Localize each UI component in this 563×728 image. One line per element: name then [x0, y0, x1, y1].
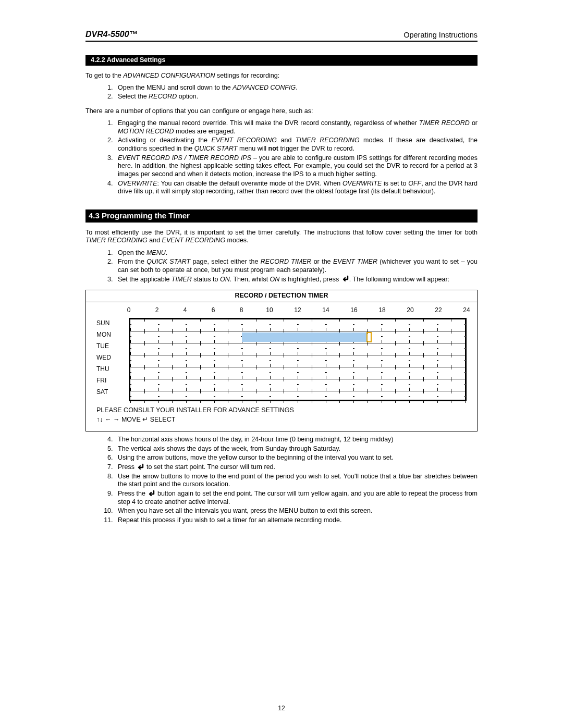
list-item: OVERWRITE: You can disable the default o…	[115, 180, 478, 196]
timer-day-labels: SUN MON TUE WED THU FRI SAT	[96, 306, 129, 401]
sec43-steps-a: Open the MENU. From the QUICK START page…	[85, 249, 478, 284]
text: Open the MENU and scroll down to the	[118, 84, 232, 91]
text: QUICK START	[194, 145, 238, 152]
text: modes are engaged.	[174, 128, 236, 135]
day-label: MON	[96, 329, 129, 341]
text: not	[268, 145, 278, 152]
text: Press the	[118, 490, 147, 497]
list-item: When you have set all the intervals you …	[115, 507, 478, 515]
text: and	[148, 237, 162, 244]
enter-icon	[341, 275, 349, 282]
hour-label: 16	[350, 306, 357, 314]
hour-label: 20	[407, 306, 413, 314]
text: ADVANCED CONFIG	[232, 84, 296, 91]
page-content: 4.2.2 Advanced Settings To get to the AD…	[85, 55, 478, 524]
text: MOTION RECORD	[118, 128, 174, 135]
timer-grid-row	[130, 343, 465, 355]
text: Set the applicable	[118, 276, 172, 283]
text: Select the	[118, 93, 149, 100]
text: To most efficiently use the DVR, it is i…	[85, 229, 478, 236]
timer-grid-row	[130, 379, 465, 391]
list-item: Using the arrow buttons, move the yellow…	[115, 454, 478, 462]
sec422-intro: To get to the ADVANCED CONFIGURATION set…	[85, 72, 478, 80]
timer-cursor	[366, 332, 372, 342]
text: .	[166, 249, 167, 256]
text: OVERWRITE	[118, 180, 157, 187]
hour-label: 10	[266, 306, 273, 314]
list-item: Use the arrow buttons to move to the end…	[115, 473, 478, 489]
hour-label: 0	[127, 306, 131, 314]
text: MENU	[146, 249, 166, 256]
timer-grid-row	[130, 319, 465, 331]
timer-footer-line1: PLEASE CONSULT YOUR INSTALLER FOR ADVANC…	[96, 406, 467, 415]
text: To get to the	[85, 72, 123, 79]
hour-label: 8	[240, 306, 243, 314]
text: page, select either the	[190, 258, 261, 265]
hour-label: 12	[294, 306, 301, 314]
sec422-options-list: Engaging the manual record override. Thi…	[85, 119, 478, 196]
text: settings for recording:	[215, 72, 279, 79]
timer-window-body: SUN MON TUE WED THU FRI SAT 024681012141…	[86, 302, 477, 431]
list-item: EVENT RECORD IPS / TIMER RECORD IPS – yo…	[115, 154, 478, 179]
list-item: The vertical axis shows the days of the …	[115, 445, 478, 453]
text: Activating or deactivating the	[118, 137, 211, 144]
text: Press	[118, 463, 136, 471]
text: ON	[220, 276, 230, 283]
text: TIMER	[172, 276, 192, 283]
list-item: Select the RECORD option.	[115, 93, 478, 101]
text: SELECT	[148, 416, 175, 423]
text: ON	[270, 276, 280, 283]
doc-type: Operating Instructions	[403, 30, 478, 40]
sec422-options-intro: There are a number of options that you c…	[85, 107, 478, 116]
day-label: SUN	[96, 318, 129, 329]
hour-label: 2	[155, 306, 159, 314]
text: .	[296, 84, 297, 91]
text: or	[470, 119, 478, 127]
list-item: Activating or deactivating the EVENT REC…	[115, 137, 478, 153]
timer-grid-row	[130, 367, 465, 379]
day-label: THU	[96, 364, 129, 375]
list-item: The horizontal axis shows hours of the d…	[115, 436, 478, 444]
timer-grid	[129, 318, 467, 401]
text: modes.	[225, 237, 248, 244]
text: RECORD TIMER	[261, 258, 311, 265]
timer-window: RECORD / DETECTION TIMER SUN MON TUE WED…	[85, 290, 478, 431]
text: Open the	[118, 249, 146, 256]
timer-window-title: RECORD / DETECTION TIMER	[86, 290, 477, 302]
text: OFF	[408, 180, 421, 187]
list-item: Open the MENU and scroll down to the ADV…	[115, 84, 478, 92]
day-label: WED	[96, 352, 129, 364]
text: TIMER RECORDING	[85, 237, 148, 244]
enter-icon	[147, 490, 155, 497]
timer-footer-line2: ↑↓ ← → MOVE ↵ SELECT	[96, 416, 467, 424]
timer-grid-row	[130, 355, 465, 367]
page-header: DVR4-5500™ Operating Instructions	[85, 29, 478, 42]
timer-grid-row	[130, 391, 465, 403]
text: and	[277, 137, 296, 144]
timer-grid-row	[130, 331, 465, 343]
text: From the	[118, 258, 146, 265]
product-name: DVR4-5500™	[85, 29, 138, 40]
enter-key-icon: ↵	[142, 416, 148, 423]
text: TIMER RECORDING	[296, 137, 360, 144]
text: is set to	[382, 180, 408, 187]
list-item: Repeat this process if you wish to set a…	[115, 516, 478, 525]
page-number: 12	[0, 705, 563, 712]
text: menu will	[238, 145, 268, 152]
text: Engaging the manual record override. Thi…	[118, 119, 419, 127]
hour-label: 6	[212, 306, 215, 314]
text: EVENT RECORDING	[162, 237, 226, 244]
list-item: Press the button again to set the end po…	[115, 490, 478, 506]
day-label: FRI	[96, 375, 129, 387]
text: : You can disable the default overwrite …	[157, 180, 342, 187]
list-item: Set the applicable TIMER status to ON. T…	[115, 276, 478, 284]
list-item: Press to set the start point. The cursor…	[115, 463, 478, 472]
text: button again to set the end point. The c…	[118, 490, 478, 505]
text: . The following window will appear:	[349, 276, 449, 283]
section-heading-4-2-2: 4.2.2 Advanced Settings	[85, 55, 478, 66]
text: ADVANCED CONFIGURATION	[123, 72, 215, 79]
hour-label: 14	[322, 306, 329, 314]
text: OVERWRITE	[342, 180, 382, 187]
timer-hour-labels: 024681012141618202224	[129, 306, 467, 318]
document-page: DVR4-5500™ Operating Instructions 4.2.2 …	[0, 0, 563, 728]
